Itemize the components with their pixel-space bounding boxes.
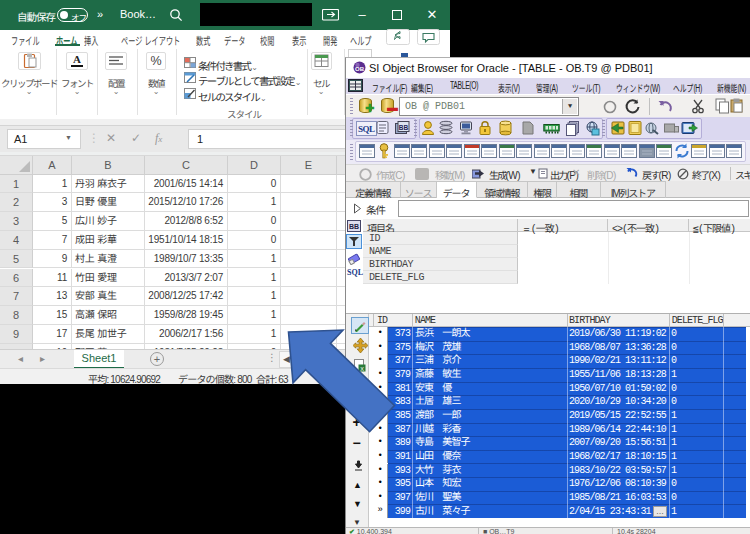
svg-text:BB: BB [349, 223, 359, 230]
svg-text:BB: BB [399, 124, 409, 131]
svg-text:OB: OB [355, 66, 365, 72]
